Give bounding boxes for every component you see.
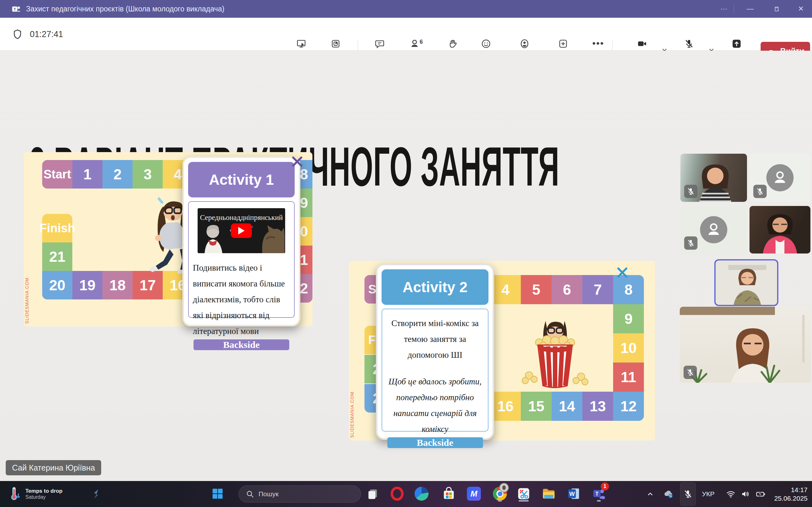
snipping-tool-button[interactable] bbox=[515, 485, 532, 503]
mic-in-use-indicator[interactable] bbox=[680, 482, 696, 506]
wifi-icon bbox=[726, 489, 735, 499]
avatar bbox=[700, 216, 727, 243]
language-indicator[interactable]: УКР bbox=[702, 481, 715, 507]
weather-widget[interactable]: Temps to drop Saturday bbox=[8, 481, 62, 507]
board-cell: 14 bbox=[552, 392, 582, 421]
activity-1-backside-button[interactable]: Backside bbox=[194, 339, 289, 350]
activity-2-text-1: Створити міні-комікс за темою заняття за… bbox=[386, 316, 485, 363]
mic-muted-icon bbox=[684, 39, 694, 49]
thermometer-icon bbox=[8, 486, 21, 502]
teams-button[interactable]: T 1 bbox=[590, 485, 608, 503]
tray-date: 25.06.2025 bbox=[774, 494, 808, 503]
teams-app-icon: T bbox=[11, 4, 21, 14]
apps-plus-icon bbox=[558, 39, 568, 49]
tray-chevron-up[interactable] bbox=[646, 481, 655, 507]
s-app-icon[interactable] bbox=[90, 488, 102, 500]
plant-decoration bbox=[754, 360, 786, 383]
speaker-icon bbox=[741, 489, 750, 499]
board-cell: 2 bbox=[102, 160, 133, 188]
participant-tile[interactable] bbox=[750, 154, 810, 202]
mic-muted-icon bbox=[683, 489, 693, 499]
clock[interactable]: 14:17 25.06.2025 bbox=[774, 481, 808, 507]
activity-1-card: Activity 1 Середньонаддніп bbox=[183, 156, 300, 326]
activity-2-header: Activity 2 bbox=[382, 269, 489, 305]
board-cell: 19 bbox=[72, 271, 102, 299]
file-explorer-button[interactable] bbox=[540, 485, 558, 503]
board-cell: 17 bbox=[133, 271, 163, 299]
board-cell: 18 bbox=[102, 271, 133, 299]
chrome-button[interactable] bbox=[491, 485, 509, 503]
onedrive-tray-icon[interactable] bbox=[663, 481, 674, 507]
board-cell: 16 bbox=[490, 392, 521, 421]
volume-tray-icon[interactable] bbox=[741, 481, 750, 507]
microsoft-store-icon bbox=[442, 487, 456, 501]
window-close-button[interactable]: ✕ bbox=[790, 0, 812, 18]
window-minimize-button[interactable]: — bbox=[739, 0, 761, 18]
start-button[interactable] bbox=[209, 485, 226, 503]
youtube-video-thumbnail[interactable]: Середньонаддніпрянський діалект bbox=[198, 208, 285, 253]
snipping-tool-icon bbox=[517, 487, 531, 501]
wifi-tray-icon[interactable] bbox=[726, 481, 735, 507]
participant-video-figure bbox=[693, 159, 738, 202]
window-restore-button[interactable] bbox=[765, 0, 787, 18]
participant-video-figure bbox=[758, 209, 802, 253]
mic-muted-badge bbox=[683, 366, 697, 379]
task-view-icon bbox=[366, 487, 379, 500]
screen-share-icon bbox=[296, 39, 306, 49]
close-activity-2-icon[interactable] bbox=[615, 266, 629, 279]
youtube-play-button[interactable] bbox=[231, 223, 252, 238]
svg-text:W: W bbox=[569, 491, 575, 497]
raise-hand-icon bbox=[448, 39, 458, 49]
windows-start-icon bbox=[212, 488, 223, 500]
chevron-up-icon bbox=[646, 490, 655, 498]
edge-button[interactable] bbox=[413, 485, 430, 503]
participants-count-badge: 6 bbox=[420, 39, 423, 45]
board-cell: 9 bbox=[613, 304, 644, 333]
svg-text:T: T bbox=[595, 491, 599, 497]
activity-2-text-2: Щоб це вдалось зробити, попередньо потрі… bbox=[386, 374, 485, 437]
board-cell: 21 bbox=[42, 242, 72, 271]
activity-2-card: Activity 2 Створити міні-комікс за темою… bbox=[376, 264, 494, 440]
participant-tile[interactable] bbox=[680, 154, 747, 202]
store-button[interactable] bbox=[440, 485, 458, 503]
security-shield-icon bbox=[12, 29, 23, 40]
m-app-button[interactable]: M bbox=[465, 485, 483, 503]
opera-icon bbox=[390, 487, 404, 501]
shared-screen-content: 2 ВАРІАНТ ПРАКТИЧНОГО ЗАНЯТТЯ Start 1 2 … bbox=[0, 51, 812, 481]
participant-tile[interactable] bbox=[750, 206, 810, 253]
close-activity-1-icon[interactable] bbox=[290, 155, 304, 169]
activity-2-backside-button[interactable]: Backside bbox=[387, 437, 483, 448]
running-indicator bbox=[597, 500, 601, 502]
window-more-menu[interactable]: ··· bbox=[713, 0, 735, 18]
task-view-button[interactable] bbox=[364, 485, 382, 503]
running-indicator bbox=[498, 500, 502, 502]
search-input[interactable] bbox=[258, 490, 338, 498]
opera-button[interactable] bbox=[388, 485, 406, 503]
notification-badge: 1 bbox=[601, 482, 609, 491]
board-cell: 5 bbox=[521, 275, 552, 304]
edge-icon bbox=[415, 487, 428, 501]
board-cell: 3 bbox=[133, 160, 163, 188]
meeting-timer: 01:27:41 bbox=[30, 30, 63, 39]
word-button[interactable]: W bbox=[565, 485, 583, 503]
chat-icon bbox=[374, 39, 385, 49]
participant-tile[interactable] bbox=[680, 307, 811, 383]
view-icon bbox=[519, 39, 530, 49]
mic-muted-badge bbox=[684, 185, 698, 198]
participant-video-figure bbox=[728, 265, 766, 306]
window-title: Захист педагогічних проєктів (Школа моло… bbox=[26, 5, 224, 13]
battery-tray-icon[interactable] bbox=[756, 481, 766, 507]
participant-tile-active-speaker[interactable] bbox=[714, 259, 778, 306]
taskbar-search[interactable] bbox=[239, 486, 361, 503]
board-cell: 15 bbox=[521, 392, 552, 421]
avatar bbox=[766, 164, 794, 191]
activity-1-header: Activity 1 bbox=[188, 162, 295, 198]
svg-text:T: T bbox=[14, 7, 16, 12]
chrome-icon bbox=[493, 487, 507, 501]
popout-icon bbox=[331, 39, 341, 49]
camera-icon bbox=[637, 39, 647, 49]
activity-1-text: Подивитись відео і виписати якомога біль… bbox=[193, 260, 290, 339]
active-window-indicator bbox=[519, 500, 529, 502]
participant-tile[interactable] bbox=[680, 206, 747, 253]
presenter-name-label: Сай Катерина Юріївна bbox=[6, 460, 101, 475]
